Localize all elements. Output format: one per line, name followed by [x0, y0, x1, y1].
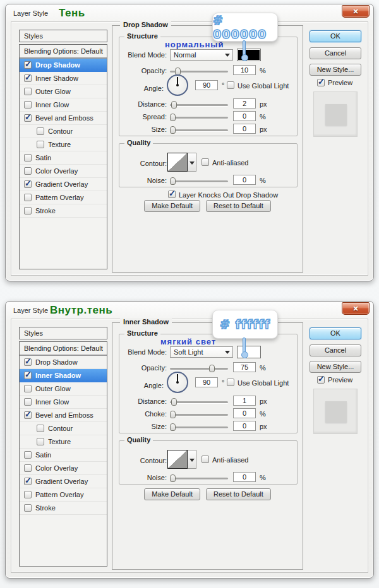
cancel-button[interactable]: Cancel	[310, 47, 361, 59]
style-checkbox[interactable]	[37, 141, 44, 148]
sidebar-item-color-overlay[interactable]: Color Overlay	[20, 462, 107, 475]
opacity-slider[interactable]	[170, 368, 228, 370]
size-slider[interactable]	[170, 129, 228, 131]
layer-knockout-checkbox[interactable]	[168, 191, 176, 198]
style-checkbox[interactable]	[24, 385, 32, 392]
contour-dropdown-arrow[interactable]	[188, 450, 196, 469]
style-checkbox[interactable]	[24, 411, 32, 419]
style-checkbox[interactable]	[24, 451, 32, 459]
sidebar-item-gradient-overlay[interactable]: Gradient Overlay	[20, 475, 107, 488]
new-style-button[interactable]: New Style...	[310, 361, 361, 373]
anti-aliased-checkbox[interactable]	[202, 158, 209, 166]
style-checkbox[interactable]	[24, 207, 32, 215]
style-checkbox[interactable]	[24, 194, 32, 201]
make-default-button[interactable]: Make Default	[144, 200, 200, 212]
make-default-button[interactable]: Make Default	[144, 488, 200, 500]
spread-slider[interactable]	[170, 117, 228, 119]
sidebar-item-outer-glow[interactable]: Outer Glow	[20, 85, 107, 98]
spread-field[interactable]: 0	[233, 111, 256, 121]
sidebar-item-bevel-and-emboss[interactable]: Bevel and Emboss	[20, 409, 107, 422]
sidebar-item-gradient-overlay[interactable]: Gradient Overlay	[20, 178, 107, 191]
reset-to-default-button[interactable]: Reset to Default	[206, 200, 271, 212]
distance-slider[interactable]	[170, 104, 228, 106]
ok-button[interactable]: OK	[310, 327, 361, 339]
sidebar-item-texture[interactable]: Texture	[20, 435, 107, 449]
preview-checkbox[interactable]	[317, 79, 325, 86]
size-field[interactable]: 0	[233, 124, 256, 134]
cancel-button[interactable]: Cancel	[310, 344, 361, 356]
size-slider[interactable]	[170, 426, 228, 428]
style-checkbox[interactable]	[24, 491, 32, 498]
contour-thumbnail[interactable]	[167, 153, 188, 172]
sidebar-item-color-overlay[interactable]: Color Overlay	[20, 165, 107, 178]
style-checkbox[interactable]	[24, 398, 32, 406]
style-checkbox[interactable]	[24, 88, 32, 95]
sidebar-item-stroke[interactable]: Stroke	[20, 204, 107, 218]
style-checkbox[interactable]	[24, 167, 32, 175]
style-checkbox[interactable]	[24, 74, 32, 82]
blend-mode-select[interactable]: Soft Light	[170, 346, 233, 358]
style-checkbox[interactable]	[24, 478, 32, 485]
contour-thumbnail[interactable]	[167, 450, 188, 469]
anti-aliased-checkbox[interactable]	[202, 456, 209, 463]
noise-slider[interactable]	[170, 478, 228, 479]
choke-slider[interactable]	[170, 414, 228, 416]
style-checkbox[interactable]	[24, 358, 32, 366]
sidebar-item-inner-shadow[interactable]: Inner Shadow	[20, 72, 107, 85]
sidebar-item-blending-options[interactable]: Blending Options: Default	[20, 342, 107, 356]
opacity-field[interactable]: 10	[233, 65, 256, 75]
noise-field[interactable]: 0	[233, 472, 256, 482]
sidebar-item-drop-shadow[interactable]: Drop Shadow	[20, 59, 107, 72]
sidebar-item-bevel-and-emboss[interactable]: Bevel and Emboss	[20, 112, 107, 125]
sidebar-item-contour[interactable]: Contour	[20, 422, 107, 435]
style-checkbox[interactable]	[24, 464, 32, 472]
style-checkbox[interactable]	[24, 180, 32, 188]
sidebar-item-inner-glow[interactable]: Inner Glow	[20, 98, 107, 112]
noise-field[interactable]: 0	[233, 175, 256, 185]
opacity-slider[interactable]	[170, 71, 228, 73]
opacity-field[interactable]: 75	[233, 362, 256, 372]
use-global-light-checkbox[interactable]	[227, 81, 234, 89]
blend-mode-select[interactable]: Normal	[170, 49, 233, 61]
style-checkbox[interactable]	[24, 114, 32, 122]
reset-to-default-button[interactable]: Reset to Default	[206, 488, 271, 500]
style-checkbox[interactable]	[37, 127, 44, 135]
sidebar-item-texture[interactable]: Texture	[20, 138, 107, 151]
sidebar-item-inner-glow[interactable]: Inner Glow	[20, 396, 107, 409]
close-button[interactable]: ✕	[342, 5, 370, 18]
sidebar-item-inner-shadow[interactable]: Inner Shadow	[20, 369, 107, 382]
style-checkbox[interactable]	[24, 504, 32, 512]
close-button[interactable]: ✕	[342, 302, 370, 315]
slider-thumb[interactable]	[170, 423, 176, 431]
style-checkbox[interactable]	[24, 372, 32, 379]
sidebar-item-outer-glow[interactable]: Outer Glow	[20, 382, 107, 396]
shadow-color-swatch[interactable]	[237, 346, 261, 358]
style-checkbox[interactable]	[37, 425, 44, 432]
distance-field[interactable]: 2	[233, 98, 256, 109]
angle-dial[interactable]	[167, 372, 188, 393]
sidebar-item-satin[interactable]: Satin	[20, 151, 107, 165]
sidebar-item-blending-options[interactable]: Blending Options: Default	[20, 45, 107, 59]
sidebar-item-satin[interactable]: Satin	[20, 449, 107, 462]
slider-thumb[interactable]	[209, 365, 215, 372]
angle-field[interactable]: 90	[195, 80, 218, 90]
sidebar-item-contour[interactable]: Contour	[20, 125, 107, 138]
slider-thumb[interactable]	[171, 101, 177, 109]
shadow-color-swatch[interactable]	[237, 49, 261, 61]
noise-slider[interactable]	[170, 180, 228, 182]
distance-slider[interactable]	[170, 401, 228, 403]
slider-thumb[interactable]	[170, 411, 176, 418]
sidebar-item-drop-shadow[interactable]: Drop Shadow	[20, 356, 107, 369]
sidebar-item-stroke[interactable]: Stroke	[20, 502, 107, 515]
use-global-light-checkbox[interactable]	[227, 379, 234, 386]
new-style-button[interactable]: New Style...	[310, 64, 361, 76]
size-field[interactable]: 0	[233, 421, 256, 431]
slider-thumb[interactable]	[170, 177, 176, 185]
slider-thumb[interactable]	[170, 114, 176, 121]
sidebar-item-pattern-overlay[interactable]: Pattern Overlay	[20, 191, 107, 204]
slider-thumb[interactable]	[170, 474, 176, 482]
style-checkbox[interactable]	[24, 101, 32, 109]
slider-thumb[interactable]	[171, 398, 177, 406]
sidebar-item-pattern-overlay[interactable]: Pattern Overlay	[20, 488, 107, 502]
slider-thumb[interactable]	[170, 126, 176, 134]
